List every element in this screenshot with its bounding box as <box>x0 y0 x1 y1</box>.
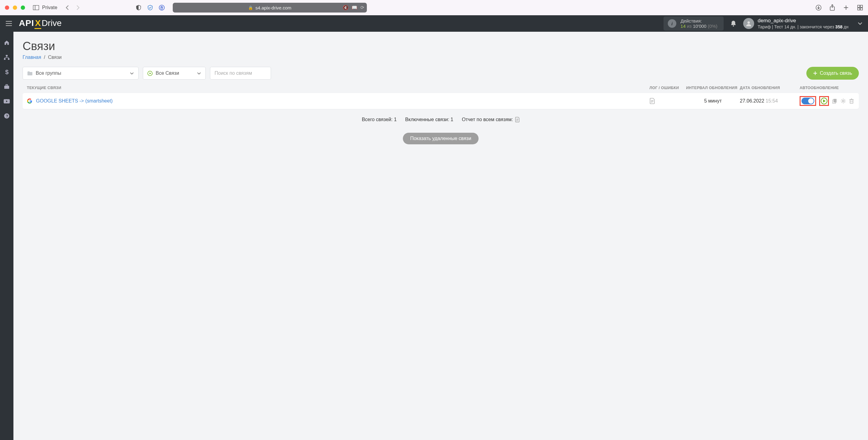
connections-filter-label: Все Связи <box>156 70 179 76</box>
actions-of: из <box>687 24 691 29</box>
gear-icon[interactable] <box>840 98 846 104</box>
sidebar-video[interactable] <box>0 95 13 108</box>
svg-point-41 <box>842 100 844 102</box>
svg-rect-19 <box>4 58 5 60</box>
sidebar-billing[interactable]: $ <box>0 65 13 79</box>
connections-filter-dropdown[interactable]: Все Связи <box>143 67 206 80</box>
google-icon <box>27 98 32 104</box>
svg-text:$: $ <box>5 69 8 75</box>
svg-rect-10 <box>860 5 863 7</box>
sidebar-home[interactable] <box>0 36 13 50</box>
folder-icon <box>27 71 33 76</box>
extension-icons <box>135 5 165 11</box>
show-deleted-button[interactable]: Показать удаленные связи <box>403 133 478 144</box>
svg-point-2 <box>159 5 164 10</box>
search-input[interactable] <box>210 67 271 80</box>
update-time: 15:54 <box>766 98 778 103</box>
chevron-down-icon <box>130 72 134 75</box>
breadcrumb-home-link[interactable]: Главная <box>23 55 41 60</box>
downloads-icon[interactable] <box>815 5 822 11</box>
app-header: APIXDrive i Действия: 14 из 10'000 (0%) <box>0 15 868 32</box>
minimize-window-button[interactable] <box>13 5 17 10</box>
app-logo[interactable]: APIXDrive <box>19 18 62 29</box>
th-log: ЛОГ / ОШИБКИ <box>649 86 686 90</box>
actions-counter: i Действия: 14 из 10'000 (0%) <box>663 17 724 31</box>
enabled-value: 1 <box>451 117 453 122</box>
svg-point-16 <box>733 25 734 27</box>
actions-label: Действия: <box>681 18 717 24</box>
hand-block-icon[interactable] <box>159 5 165 11</box>
tariff-days: 358 <box>835 24 842 29</box>
sidebar-help[interactable]: ? <box>0 109 13 123</box>
back-button[interactable] <box>63 4 71 11</box>
table-row: GOOGLE SHEETS -> (smartsheet) 5 минут 27… <box>23 93 859 109</box>
breadcrumb-current: Связи <box>48 55 62 60</box>
connection-link[interactable]: GOOGLE SHEETS -> (smartsheet) <box>36 98 113 104</box>
svg-rect-20 <box>8 58 9 60</box>
address-bar[interactable]: 🔒 s4.apix-drive.com 🔇 📖 ⟳ <box>173 3 367 12</box>
chevron-down-icon[interactable] <box>858 22 863 25</box>
shield-half-icon[interactable] <box>135 5 142 11</box>
breadcrumb-sep: / <box>44 55 45 60</box>
reload-icon[interactable]: ⟳ <box>361 5 364 10</box>
report-label: Отчет по всем связям: <box>462 117 513 122</box>
groups-dropdown[interactable]: Все группы <box>23 67 138 80</box>
sidebar-toggle-icon[interactable] <box>32 4 40 11</box>
svg-marker-33 <box>150 72 151 74</box>
svg-rect-0 <box>33 5 39 10</box>
main-content: Связи Главная / Связи Все группы Все Свя… <box>13 32 868 440</box>
update-date: 27.06.2022 <box>740 98 764 103</box>
create-connection-button[interactable]: Создать связь <box>806 67 859 80</box>
auto-update-toggle[interactable] <box>802 98 814 104</box>
sidebar-briefcase[interactable] <box>0 80 13 93</box>
menu-toggle-button[interactable] <box>5 21 12 26</box>
chevron-down-icon <box>197 72 201 75</box>
browser-toolbar: Private 🔒 s4.apix-drive.com 🔇 📖 ⟳ <box>0 0 868 15</box>
svg-text:?: ? <box>6 114 8 118</box>
run-now-button[interactable] <box>821 98 828 104</box>
log-file-icon[interactable] <box>649 98 655 104</box>
svg-rect-26 <box>4 86 9 89</box>
forward-button[interactable] <box>74 4 82 11</box>
play-circle-icon <box>147 71 153 76</box>
report-file-icon[interactable] <box>515 117 520 122</box>
enabled-label: Включенные связи: <box>405 117 449 122</box>
tariff-text: Тариф | Тест 14 дн. | закончится через <box>758 24 834 29</box>
avatar <box>743 18 754 29</box>
interval-value: 5 минут <box>686 98 740 104</box>
groups-label: Все группы <box>36 70 61 76</box>
breadcrumb: Главная / Связи <box>23 55 859 60</box>
total-label: Всего связей: <box>362 117 393 122</box>
share-icon[interactable] <box>830 4 835 11</box>
svg-rect-42 <box>850 100 853 103</box>
notifications-button[interactable] <box>730 20 737 27</box>
copy-icon[interactable] <box>832 98 837 104</box>
svg-rect-9 <box>858 5 860 7</box>
table-header: ТЕКУЩИЕ СВЯЗИ ЛОГ / ОШИБКИ ИНТЕРВАЛ ОБНО… <box>23 86 859 93</box>
private-mode-label: Private <box>42 5 57 10</box>
total-value: 1 <box>394 117 397 122</box>
summary-row: Всего связей: 1 Включенные связи: 1 Отче… <box>23 117 859 122</box>
svg-rect-12 <box>860 8 863 10</box>
actions-count: 14 <box>681 24 686 29</box>
tabs-overview-icon[interactable] <box>857 5 863 11</box>
actions-percent: (0%) <box>708 24 717 29</box>
user-menu[interactable]: demo_apix-drive Тариф | Тест 14 дн. | за… <box>743 18 848 30</box>
page-title: Связи <box>23 40 859 53</box>
svg-rect-11 <box>858 8 860 10</box>
th-interval: ИНТЕРВАЛ ОБНОВЛЕНИЯ <box>686 86 740 90</box>
new-tab-icon[interactable] <box>843 5 849 11</box>
th-date: ДАТА ОБНОВЛЕНИЯ <box>740 86 800 90</box>
maximize-window-button[interactable] <box>21 5 25 10</box>
plus-icon <box>813 71 817 75</box>
shield-check-icon[interactable] <box>147 5 153 11</box>
svg-rect-18 <box>6 55 8 57</box>
window-controls <box>5 5 25 10</box>
svg-point-17 <box>747 21 750 24</box>
mute-icon[interactable]: 🔇 <box>343 5 348 10</box>
trash-icon[interactable] <box>849 98 854 104</box>
reader-icon[interactable]: 📖 <box>351 5 358 10</box>
close-window-button[interactable] <box>5 5 9 10</box>
sidebar-connections[interactable] <box>0 51 13 64</box>
th-auto: АВТООБНОВЛЕНИЕ <box>800 86 855 90</box>
